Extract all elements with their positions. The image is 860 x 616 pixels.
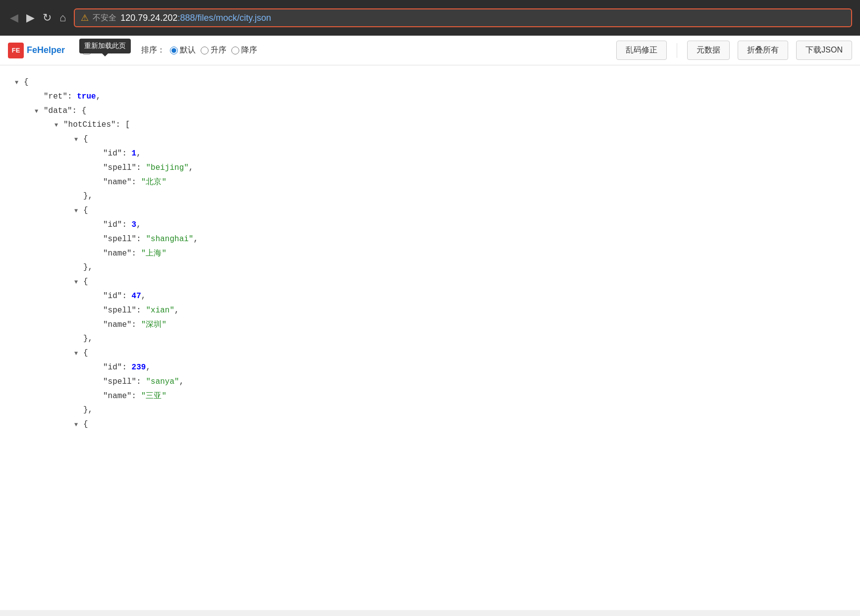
json-line: "spell": "shanghai", (15, 232, 845, 247)
json-key: "id": (103, 363, 132, 372)
json-key: "name": (103, 392, 141, 401)
json-value: "xian" (146, 306, 174, 315)
json-line: "spell": "beijing", (15, 161, 845, 175)
browser-chrome: ◀ ▶ ↻ ⌂ ⚠ 不安全 120.79.24.202:888/files/mo… (0, 0, 860, 36)
json-key: "spell": (103, 377, 146, 386)
json-punctuation: , (193, 235, 198, 244)
json-text: }, (83, 263, 93, 272)
json-value: true (77, 92, 96, 101)
json-value: "上海" (141, 249, 166, 258)
sort-desc-text: 降序 (241, 45, 257, 55)
json-text: "data": { (44, 106, 86, 115)
toggle-icon[interactable]: ▼ (54, 120, 61, 131)
json-text: { (83, 206, 88, 215)
toolbar-divider-1 (677, 43, 677, 58)
forward-button[interactable]: ▶ (24, 10, 37, 25)
address-text: 120.79.24.202:888/files/mock/city.json (120, 13, 845, 23)
json-key: "id": (103, 292, 132, 301)
json-key: "id": (103, 149, 132, 158)
fehelper-icon: FE (8, 43, 24, 58)
address-path: :888/files/mock/city.json (177, 13, 271, 23)
collapse-all-button[interactable]: 折叠所有 (738, 41, 788, 60)
json-punctuation: , (141, 292, 146, 301)
toggle-icon[interactable]: ▼ (74, 277, 81, 288)
json-key: "name": (103, 249, 141, 258)
json-line: "spell": "xian", (15, 304, 845, 318)
toggle-icon[interactable]: ▼ (15, 78, 22, 89)
toggle-icon[interactable]: ▼ (74, 420, 81, 431)
json-key: "spell": (103, 235, 146, 244)
sort-group: 排序： 默认 升序 降序 (141, 45, 257, 55)
json-punctuation: , (189, 163, 194, 172)
json-punctuation: , (179, 377, 184, 386)
home-button[interactable]: ⌂ (57, 10, 68, 25)
json-key: "name": (103, 320, 141, 329)
json-value: "shanghai" (146, 235, 193, 244)
json-text: { (83, 277, 88, 286)
reload-button[interactable]: ↻ (41, 10, 54, 25)
toggle-icon[interactable]: ▼ (74, 206, 81, 217)
not-secure-label: 不安全 (93, 13, 116, 23)
toolbar: FE FeHelper 重新加载此页 自动解码 排序： 默认 升序 降序 乱码修… (0, 36, 860, 65)
json-value: 239 (132, 363, 146, 372)
json-value: 47 (132, 292, 141, 301)
json-line: }, (15, 403, 845, 417)
json-line: "spell": "sanya", (15, 375, 845, 389)
json-punctuation: , (136, 220, 141, 229)
sort-default-label[interactable]: 默认 (170, 45, 196, 55)
json-punctuation: , (136, 149, 141, 158)
sort-label: 排序： (141, 45, 165, 55)
json-text: { (24, 78, 29, 87)
json-punctuation: , (146, 363, 151, 372)
nav-buttons: ◀ ▶ ↻ ⌂ (8, 10, 68, 25)
security-warning-icon: ⚠ (81, 12, 89, 23)
sort-asc-radio[interactable] (201, 47, 209, 54)
json-key: "id": (103, 220, 132, 229)
json-text: { (83, 135, 88, 144)
address-bar[interactable]: ⚠ 不安全 120.79.24.202:888/files/mock/city.… (74, 8, 852, 27)
json-key: "ret": (44, 92, 77, 101)
json-line: }, (15, 332, 845, 346)
json-line: "id": 1, (15, 147, 845, 161)
json-line: ▼{ (15, 75, 845, 90)
toggle-icon[interactable]: ▼ (74, 349, 81, 359)
toggle-icon[interactable]: ▼ (35, 106, 42, 117)
sort-asc-text: 升序 (211, 45, 226, 55)
json-line: }, (15, 260, 845, 275)
back-button[interactable]: ◀ (8, 10, 20, 25)
json-line: "name": "深圳" (15, 318, 845, 332)
metadata-button[interactable]: 元数据 (687, 41, 730, 60)
sort-desc-label[interactable]: 降序 (231, 45, 257, 55)
json-line: "id": 47, (15, 289, 845, 304)
sort-default-text: 默认 (180, 45, 196, 55)
json-value: "sanya" (146, 377, 179, 386)
tooltip-reload: 重新加载此页 (79, 39, 131, 53)
download-json-button[interactable]: 下载JSON (796, 41, 852, 60)
json-line: "name": "上海" (15, 247, 845, 261)
json-line: "name": "三亚" (15, 389, 845, 404)
fehelper-label: FeHelper (27, 45, 65, 55)
sort-desc-radio[interactable] (231, 47, 239, 54)
json-value: "beijing" (146, 163, 188, 172)
json-value: "北京" (141, 178, 166, 187)
json-key: "spell": (103, 306, 146, 315)
json-value: "三亚" (141, 392, 166, 401)
json-text: }, (83, 334, 93, 343)
toggle-icon[interactable]: ▼ (74, 135, 81, 146)
json-text: { (83, 349, 88, 358)
json-line: "id": 239, (15, 360, 845, 375)
json-content: ▼{"ret": true,▼"data": {▼"hotCities": [▼… (0, 65, 860, 610)
json-value: 3 (132, 220, 137, 229)
json-line: ▼{ (15, 346, 845, 360)
sort-default-radio[interactable] (170, 47, 178, 54)
json-text: { (83, 420, 88, 429)
json-line: "name": "北京" (15, 175, 845, 190)
sort-asc-label[interactable]: 升序 (201, 45, 226, 55)
json-line: }, (15, 189, 845, 204)
json-line: "id": 3, (15, 218, 845, 232)
json-line: ▼{ (15, 417, 845, 432)
fix-encoding-button[interactable]: 乱码修正 (616, 41, 667, 60)
fehelper-logo: FE FeHelper (8, 43, 65, 58)
address-host: 120.79.24.202 (120, 13, 177, 23)
json-line: ▼{ (15, 275, 845, 289)
